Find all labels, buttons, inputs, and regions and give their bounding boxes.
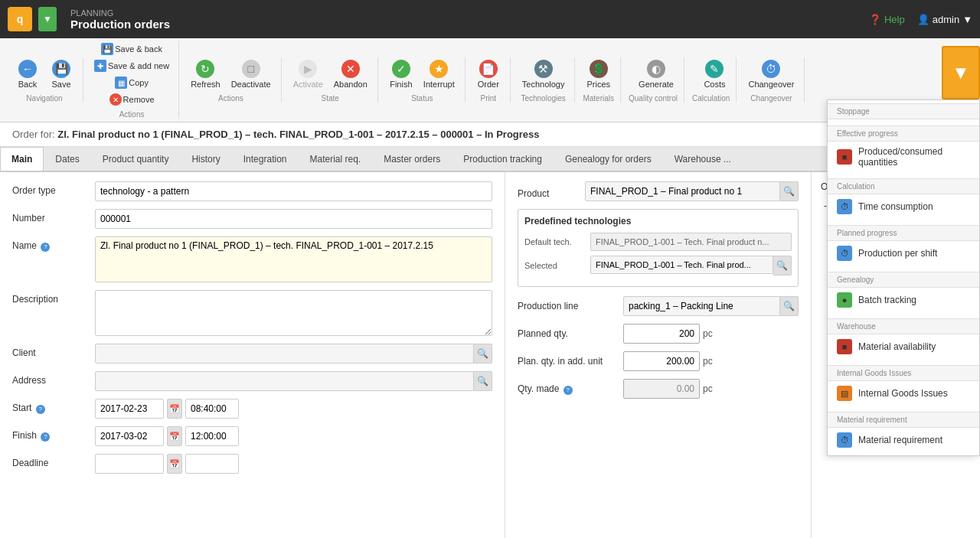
deactivate-button[interactable]: □ Deactivate [227, 57, 275, 91]
abandon-button[interactable]: ✕ Abandon [330, 57, 371, 91]
actions1-label: Actions [91, 110, 172, 119]
name-help-icon[interactable]: ? [41, 243, 50, 252]
start-time-input[interactable] [185, 399, 239, 419]
predefined-label: Predefined technologies [524, 216, 792, 227]
material-requirement-section: Material requirement ⏱ Material requirem… [828, 409, 979, 455]
finish-row: Finish ? 📅 [12, 426, 492, 446]
order-type-select[interactable]: technology - a pattern [95, 181, 492, 201]
default-tech-label: Default tech. [524, 237, 586, 246]
selected-tech-search-button[interactable]: 🔍 [773, 256, 792, 276]
admin-dropdown-icon: ▼ [962, 14, 972, 25]
deadline-date-input[interactable] [95, 454, 164, 474]
tab-genealogy[interactable]: Genealogy for orders [554, 147, 663, 171]
tab-product-quantity[interactable]: Product quantity [91, 147, 181, 171]
order-header-value: Zl. Final product no 1 (FINAL_PROD_1) – … [57, 129, 539, 140]
client-search-button[interactable]: 🔍 [474, 344, 492, 364]
activate-button[interactable]: ▶ Activate [289, 57, 327, 91]
save-back-button[interactable]: 💾 Save & back [98, 41, 165, 57]
tab-dates[interactable]: Dates [44, 147, 90, 171]
time-consumption-item[interactable]: ⏱ Time consumption [828, 194, 979, 219]
tab-master-orders[interactable]: Master orders [372, 147, 452, 171]
planned-qty-label: Planned qty. [518, 328, 617, 339]
plan-qty-add-label: Plan. qty. in add. unit [518, 356, 617, 367]
start-calendar-button[interactable]: 📅 [167, 399, 182, 419]
internal-goods-issues-item[interactable]: ▤ Internal Goods Issues [828, 381, 979, 406]
admin-button[interactable]: 👤 admin ▼ [917, 14, 972, 25]
finish-date-input[interactable] [95, 426, 164, 446]
deadline-label: Deadline [12, 454, 89, 468]
planned-qty-unit: pc [703, 328, 713, 339]
plan-qty-add-input[interactable] [623, 351, 700, 371]
back-button[interactable]: ← Back [12, 57, 43, 91]
qty-made-help-icon[interactable]: ? [564, 386, 573, 395]
material-availability-item[interactable]: ■ Material availability [828, 334, 979, 359]
product-search-button[interactable]: 🔍 [780, 181, 799, 201]
deadline-calendar-button[interactable]: 📅 [167, 454, 182, 474]
internal-goods-section-label: Internal Goods Issues [828, 365, 979, 381]
save-button[interactable]: 💾 Save [46, 57, 77, 91]
product-input[interactable] [585, 181, 780, 201]
toolbar-navigation-group: ← Back 💾 Save Navigation [6, 57, 83, 103]
time-consumption-icon: ⏱ [837, 199, 852, 214]
help-button[interactable]: ❓ Help [869, 14, 905, 25]
planned-qty-row: Planned qty. pc [518, 324, 799, 344]
stoppage-button[interactable]: ▼ [942, 46, 980, 99]
tab-warehouse[interactable]: Warehouse ... [663, 147, 743, 171]
tab-material-req[interactable]: Material req. [298, 147, 372, 171]
finish-button[interactable]: ✓ Finish [386, 57, 416, 91]
production-line-row: Production line 🔍 [518, 296, 799, 316]
tab-integration[interactable]: Integration [232, 147, 299, 171]
toolbar-materials-group: 💲 Prices Materials [577, 57, 621, 103]
default-tech-row: Default tech. [524, 233, 792, 251]
plan-qty-add-row: Plan. qty. in add. unit pc [518, 351, 799, 371]
technology-icon: ⚒ [534, 60, 553, 78]
help-label: Help [884, 14, 905, 25]
material-requirement-item[interactable]: ⏱ Material requirement [828, 428, 979, 452]
finish-calendar-button[interactable]: 📅 [167, 426, 182, 446]
client-input[interactable] [95, 344, 474, 364]
product-row: Product 🔍 [518, 181, 799, 201]
genealogy-section-label: Genealogy [828, 272, 979, 288]
changeover-button[interactable]: ⏱ Changeover [744, 57, 798, 91]
interrupt-button[interactable]: ★ Interrupt [420, 57, 459, 91]
tab-main[interactable]: Main [0, 147, 44, 172]
deadline-time-input[interactable] [185, 454, 239, 474]
finish-time-input[interactable] [185, 426, 239, 446]
tab-history[interactable]: History [180, 147, 231, 171]
admin-label: admin [933, 14, 959, 25]
toolbar-technologies-group: ⚒ Technology Technologies [512, 57, 576, 103]
selected-tech-input[interactable] [590, 256, 773, 274]
planned-qty-input[interactable] [623, 324, 700, 344]
refresh-button[interactable]: ↻ Refresh [187, 57, 224, 91]
module-label: PLANNING [70, 8, 170, 18]
prices-icon: 💲 [590, 60, 608, 78]
number-row: Number [12, 209, 492, 229]
order-print-button[interactable]: 📄 Order [473, 57, 504, 91]
generate-button[interactable]: ◐ Generate [635, 57, 678, 91]
tab-production-tracking[interactable]: Production tracking [452, 147, 554, 171]
warehouse-section: Warehouse ■ Material availability [828, 315, 979, 362]
address-input[interactable] [95, 371, 474, 391]
start-date-input[interactable] [95, 399, 164, 419]
production-line-search-button[interactable]: 🔍 [780, 296, 799, 316]
batch-tracking-item[interactable]: ● Batch tracking [828, 288, 979, 312]
copy-button[interactable]: ▦ Copy [112, 75, 152, 90]
finish-help-icon[interactable]: ? [41, 432, 50, 442]
content-area: Order type technology - a pattern Number… [0, 172, 980, 538]
logo-dropdown[interactable]: ▼ [38, 7, 57, 31]
start-help-icon[interactable]: ? [36, 405, 45, 414]
description-input[interactable] [95, 290, 492, 336]
production-per-shift-item[interactable]: ⏱ Production per shift [828, 241, 979, 266]
production-line-input[interactable] [623, 296, 780, 316]
save-back-icon: 💾 [101, 43, 113, 55]
remove-button[interactable]: ✕ Remove [106, 92, 158, 107]
number-input[interactable] [95, 209, 492, 229]
save-add-button[interactable]: ✚ Save & add new [91, 58, 172, 73]
dropdown-panel: Stoppage Effective progress ■ Produced/c… [827, 172, 980, 456]
user-icon: 👤 [917, 14, 929, 25]
prices-button[interactable]: 💲 Prices [583, 57, 614, 91]
address-search-button[interactable]: 🔍 [474, 371, 492, 391]
costs-button[interactable]: ✎ Costs [699, 57, 730, 91]
technology-button[interactable]: ⚒ Technology [518, 57, 569, 91]
state-label: State [289, 94, 371, 103]
